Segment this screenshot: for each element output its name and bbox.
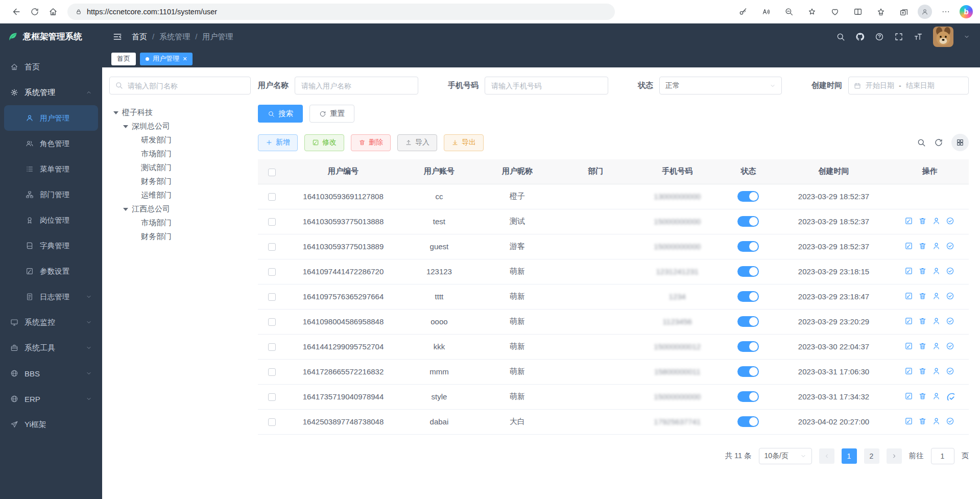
favorites-icon[interactable] — [872, 3, 890, 20]
reset-password-icon[interactable] — [932, 267, 941, 275]
assign-role-icon[interactable] — [946, 242, 954, 250]
phone-input[interactable] — [485, 77, 608, 94]
next-page-button[interactable] — [887, 448, 902, 464]
refresh-icon[interactable] — [26, 3, 44, 20]
status-toggle[interactable] — [737, 266, 759, 277]
zoom-icon[interactable] — [780, 3, 798, 20]
tree-node-jiangxi[interactable]: 江西总公司 — [109, 202, 251, 216]
tab-user-mgmt[interactable]: 用户管理 × — [140, 53, 193, 65]
status-toggle[interactable] — [737, 191, 759, 202]
sidebar-item-role-mgmt[interactable]: 角色管理 — [0, 131, 102, 156]
status-select[interactable]: 正常 — [659, 77, 782, 94]
show-search-icon[interactable] — [917, 138, 926, 147]
delete-user-icon[interactable] — [918, 392, 927, 400]
sidebar-item-menu-mgmt[interactable]: 菜单管理 — [0, 156, 102, 182]
delete-user-icon[interactable] — [918, 242, 927, 250]
select-all-checkbox[interactable] — [268, 169, 276, 176]
user-avatar[interactable] — [933, 27, 953, 47]
edit-user-icon[interactable] — [904, 292, 913, 300]
reset-button[interactable]: 重置 — [309, 105, 354, 123]
read-aloud-icon[interactable] — [757, 3, 775, 20]
status-toggle[interactable] — [737, 241, 759, 252]
assign-role-icon[interactable] — [946, 292, 954, 300]
reset-password-icon[interactable] — [932, 342, 941, 350]
sidebar-item-dict-mgmt[interactable]: 字典管理 — [0, 233, 102, 258]
sidebar-item-sys-tools[interactable]: 系统工具 — [0, 335, 102, 361]
tree-node-leaf[interactable]: 市场部门 — [109, 147, 251, 161]
caret-down-icon[interactable] — [123, 125, 128, 128]
edit-button[interactable]: 修改 — [304, 134, 344, 151]
delete-button[interactable]: 删除 — [351, 134, 391, 151]
edit-user-icon[interactable] — [904, 392, 913, 400]
delete-user-icon[interactable] — [918, 292, 927, 300]
status-toggle[interactable] — [737, 366, 759, 377]
assign-role-icon[interactable] — [946, 417, 954, 425]
add-button[interactable]: 新增 — [258, 134, 298, 151]
row-checkbox[interactable] — [268, 393, 276, 401]
status-toggle[interactable] — [737, 416, 759, 427]
column-settings-icon[interactable] — [951, 134, 969, 151]
page-2-button[interactable]: 2 — [864, 448, 879, 464]
assign-role-icon[interactable] — [946, 267, 954, 275]
tab-home[interactable]: 首页 — [111, 53, 136, 65]
page-size-select[interactable]: 10条/页 — [759, 448, 812, 464]
reset-password-icon[interactable] — [932, 292, 941, 300]
row-checkbox[interactable] — [268, 218, 276, 226]
tree-node-leaf[interactable]: 运维部门 — [109, 188, 251, 202]
delete-user-icon[interactable] — [918, 417, 927, 425]
import-button[interactable]: 导入 — [397, 134, 437, 151]
reset-password-icon[interactable] — [932, 392, 941, 400]
delete-user-icon[interactable] — [918, 267, 927, 275]
goto-page-input[interactable] — [931, 448, 954, 464]
page-1-button[interactable]: 1 — [842, 448, 857, 464]
assign-role-icon[interactable] — [946, 392, 954, 400]
avatar-caret-icon[interactable] — [964, 34, 970, 40]
search-button[interactable]: 搜索 — [258, 105, 303, 123]
edit-user-icon[interactable] — [904, 217, 913, 225]
status-toggle[interactable] — [737, 316, 759, 327]
delete-user-icon[interactable] — [918, 342, 927, 350]
sidebar-item-yi-framework[interactable]: Yi框架 — [0, 412, 102, 437]
username-input[interactable] — [295, 77, 418, 94]
split-screen-icon[interactable] — [849, 3, 867, 20]
sidebar-item-param-settings[interactable]: 参数设置 — [0, 258, 102, 284]
row-checkbox[interactable] — [268, 193, 276, 201]
status-toggle[interactable] — [737, 291, 759, 302]
row-checkbox[interactable] — [268, 343, 276, 351]
key-icon[interactable] — [734, 3, 752, 20]
sidebar-item-system-mgmt[interactable]: 系统管理 — [0, 80, 102, 105]
caret-down-icon[interactable] — [113, 111, 118, 114]
sidebar-item-bbs[interactable]: BBS — [0, 361, 102, 386]
reset-password-icon[interactable] — [932, 367, 941, 375]
tree-node-leaf[interactable]: 研发部门 — [109, 133, 251, 147]
sidebar-item-sys-monitor[interactable]: 系统监控 — [0, 310, 102, 335]
sidebar-item-post-mgmt[interactable]: 岗位管理 — [0, 207, 102, 233]
tree-node-leaf[interactable]: 财务部门 — [109, 230, 251, 244]
refresh-table-icon[interactable] — [934, 138, 943, 147]
font-size-icon[interactable] — [914, 32, 923, 41]
reset-password-icon[interactable] — [932, 242, 941, 250]
tree-node-leaf[interactable]: 测试部门 — [109, 161, 251, 175]
reset-password-icon[interactable] — [932, 217, 941, 225]
assign-role-icon[interactable] — [946, 217, 954, 225]
breadcrumb-home[interactable]: 首页 — [132, 32, 147, 42]
dept-search-input[interactable] — [109, 77, 251, 94]
assign-role-icon[interactable] — [946, 342, 954, 350]
delete-user-icon[interactable] — [918, 217, 927, 225]
delete-user-icon[interactable] — [918, 367, 927, 375]
tree-node-root[interactable]: 橙子科技 — [109, 106, 251, 120]
edit-user-icon[interactable] — [904, 417, 913, 425]
row-checkbox[interactable] — [268, 318, 276, 326]
sidebar-item-log-mgmt[interactable]: 日志管理 — [0, 284, 102, 310]
address-bar[interactable]: https://ccnetcore.com:1101/system/user — [67, 4, 615, 20]
edit-user-icon[interactable] — [904, 342, 913, 350]
tab-close-icon[interactable]: × — [183, 55, 187, 62]
export-button[interactable]: 导出 — [444, 134, 484, 151]
status-toggle[interactable] — [737, 216, 759, 227]
edit-user-icon[interactable] — [904, 367, 913, 375]
copilot-icon[interactable]: b — [960, 5, 973, 18]
edit-user-icon[interactable] — [904, 242, 913, 250]
delete-user-icon[interactable] — [918, 317, 927, 325]
tree-node-leaf[interactable]: 财务部门 — [109, 175, 251, 188]
row-checkbox[interactable] — [268, 368, 276, 376]
